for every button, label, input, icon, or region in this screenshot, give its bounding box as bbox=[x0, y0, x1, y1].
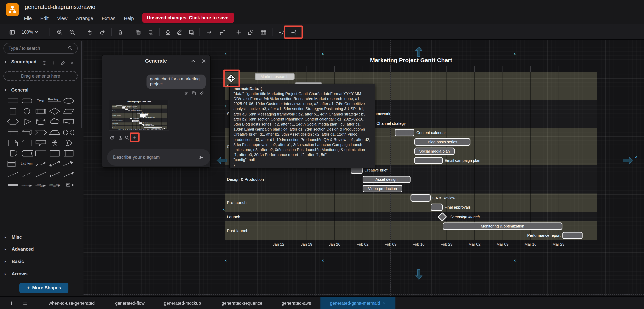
shape-text[interactable]: Text bbox=[34, 96, 47, 106]
gantt-bar-mini[interactable] bbox=[139, 122, 142, 124]
shape-horizontal-container[interactable] bbox=[62, 148, 75, 158]
shape-container[interactable] bbox=[34, 148, 47, 158]
tab-generated-flow[interactable]: generated-flow bbox=[115, 297, 144, 309]
scratchpad-drop-zone[interactable]: Drag elements here bbox=[4, 71, 78, 81]
gantt-bar-mini[interactable] bbox=[130, 118, 132, 120]
shape-data-storage[interactable] bbox=[20, 148, 33, 158]
shape-process[interactable] bbox=[34, 106, 47, 116]
send-icon[interactable] bbox=[198, 154, 204, 160]
shape-parallelogram[interactable] bbox=[62, 106, 75, 116]
scratchpad-add-icon[interactable] bbox=[52, 60, 56, 64]
shape-ellipse[interactable] bbox=[62, 96, 75, 106]
zoom-out-icon[interactable] bbox=[67, 27, 76, 37]
close-icon[interactable] bbox=[201, 58, 206, 64]
sidebar-category-arrows[interactable]: ▸Arrows bbox=[5, 271, 28, 276]
zoom-preview-icon[interactable] bbox=[124, 135, 130, 140]
sidebar-toggle-icon[interactable] bbox=[7, 27, 16, 37]
fill-color-icon[interactable] bbox=[163, 27, 172, 37]
shape-arrow[interactable] bbox=[62, 159, 75, 169]
redo-icon[interactable] bbox=[98, 27, 107, 37]
tab-generated-aws[interactable]: generated-aws bbox=[282, 297, 311, 309]
shape-triangle[interactable] bbox=[20, 116, 33, 126]
diagram-prompt-input[interactable]: Describe your diagram bbox=[107, 149, 210, 166]
shape-circle[interactable] bbox=[20, 106, 33, 116]
scratchpad-help-icon[interactable]: ? bbox=[42, 60, 47, 64]
to-front-icon[interactable] bbox=[133, 27, 143, 37]
shape-diamond[interactable] bbox=[48, 106, 61, 116]
shape-vertical-container[interactable] bbox=[48, 148, 61, 158]
sidebar-category-misc[interactable]: ▸Misc bbox=[5, 234, 22, 240]
shape-arrow-with-label[interactable]: Label bbox=[20, 180, 33, 190]
menu-edit[interactable]: Edit bbox=[40, 16, 48, 21]
zoom-level-dropdown[interactable]: 100% bbox=[22, 28, 38, 36]
shape-dashed-line[interactable] bbox=[6, 169, 19, 179]
collapse-icon[interactable] bbox=[190, 58, 196, 64]
shape-directional-connector[interactable] bbox=[62, 169, 75, 179]
share-icon[interactable] bbox=[118, 135, 123, 140]
sidebar-category-advanced[interactable]: ▸Advanced bbox=[5, 247, 34, 252]
gantt-bar-f2[interactable] bbox=[562, 232, 582, 239]
waypoints-icon[interactable] bbox=[217, 27, 226, 37]
shape-bidirectional-connector[interactable] bbox=[48, 169, 61, 179]
gantt-bar-mini[interactable] bbox=[140, 117, 144, 118]
shape-link[interactable] bbox=[6, 180, 19, 190]
extend-canvas-left-arrow[interactable] bbox=[216, 157, 227, 166]
sidebar-section-scratchpad[interactable]: ▾ Scratchpad bbox=[5, 59, 36, 64]
tab-generated-sequence[interactable]: generated-sequence bbox=[222, 297, 262, 309]
tab-generated-mockup[interactable]: generated-mockup bbox=[164, 297, 201, 309]
shape-arrow-source-label-target[interactable]: SourceLabelTarget bbox=[48, 180, 61, 190]
gantt-bar-c1[interactable] bbox=[394, 129, 414, 136]
shape-bidirectional-arrow[interactable] bbox=[48, 159, 61, 169]
shape-card[interactable] bbox=[20, 138, 33, 148]
shape-arrow-source-label[interactable]: SourceLabel bbox=[34, 180, 47, 190]
shape-list[interactable] bbox=[6, 159, 19, 169]
tab-generated-gantt-mermaid[interactable]: generated-gantt-mermaid bbox=[320, 297, 396, 309]
shape-step[interactable] bbox=[34, 127, 47, 137]
sidebar-category-basic[interactable]: ▸Basic bbox=[5, 259, 24, 264]
shape-curve[interactable] bbox=[34, 159, 47, 169]
shape-document[interactable] bbox=[62, 116, 75, 126]
gantt-bar-mini[interactable] bbox=[137, 113, 140, 114]
shape-cube[interactable] bbox=[20, 127, 33, 137]
extend-canvas-down-arrow[interactable] bbox=[415, 269, 422, 281]
line-color-icon[interactable] bbox=[175, 27, 184, 37]
gantt-bar-mini[interactable] bbox=[122, 107, 125, 108]
tab-when-to-use-generated[interactable]: when-to-use-generated bbox=[49, 297, 95, 309]
edit-prompt-icon[interactable] bbox=[199, 90, 204, 96]
shape-actor[interactable] bbox=[48, 138, 61, 148]
sidebar-section-general[interactable]: ▾ General bbox=[5, 87, 28, 92]
insert-icon[interactable] bbox=[234, 27, 243, 37]
more-shapes-button[interactable]: +More Shapes bbox=[19, 283, 68, 293]
scratchpad-close-icon[interactable] bbox=[70, 60, 74, 64]
connection-icon[interactable] bbox=[204, 27, 214, 37]
shape-or[interactable] bbox=[62, 138, 75, 148]
to-back-icon[interactable] bbox=[146, 27, 156, 37]
menu-view[interactable]: View bbox=[57, 16, 68, 21]
regenerate-icon[interactable] bbox=[109, 135, 114, 140]
gantt-bar-e2[interactable] bbox=[430, 204, 442, 211]
diagram-canvas[interactable]: Marketing Project Gantt ChartResearchStr… bbox=[84, 39, 644, 296]
gantt-bar-e1[interactable] bbox=[410, 194, 430, 202]
shape-trapezoid[interactable] bbox=[48, 127, 61, 137]
shape-heading[interactable]: Heading bbox=[48, 96, 61, 106]
gantt-bar-c4[interactable] bbox=[414, 157, 442, 164]
scratchpad-edit-icon[interactable] bbox=[61, 60, 65, 64]
generated-diagram-preview[interactable]: Marketing Project Gantt ChartResearchStr… bbox=[108, 99, 169, 130]
shape-list-item[interactable]: List Item bbox=[20, 159, 33, 169]
unsaved-changes-button[interactable]: Unsaved changes. Click here to save. bbox=[142, 13, 234, 23]
shape-rectangle[interactable] bbox=[6, 96, 19, 106]
menu-file[interactable]: File bbox=[24, 16, 32, 21]
shadow-icon[interactable] bbox=[187, 27, 196, 37]
shape-rounded-rectangle[interactable] bbox=[20, 96, 33, 106]
undo-icon[interactable] bbox=[85, 27, 94, 37]
shape-picker-icon[interactable] bbox=[246, 27, 255, 37]
extend-canvas-up-arrow[interactable] bbox=[415, 46, 422, 58]
menu-arrange[interactable]: Arrange bbox=[76, 16, 93, 21]
shape-square[interactable] bbox=[6, 106, 19, 116]
shape-cylinder[interactable] bbox=[34, 116, 47, 126]
shape-line[interactable] bbox=[34, 169, 47, 179]
shape-callout[interactable] bbox=[34, 138, 47, 148]
search-input[interactable]: Type / to search bbox=[4, 43, 78, 53]
delete-icon[interactable] bbox=[116, 27, 125, 37]
sidebar-scrollbar[interactable] bbox=[81, 41, 82, 128]
